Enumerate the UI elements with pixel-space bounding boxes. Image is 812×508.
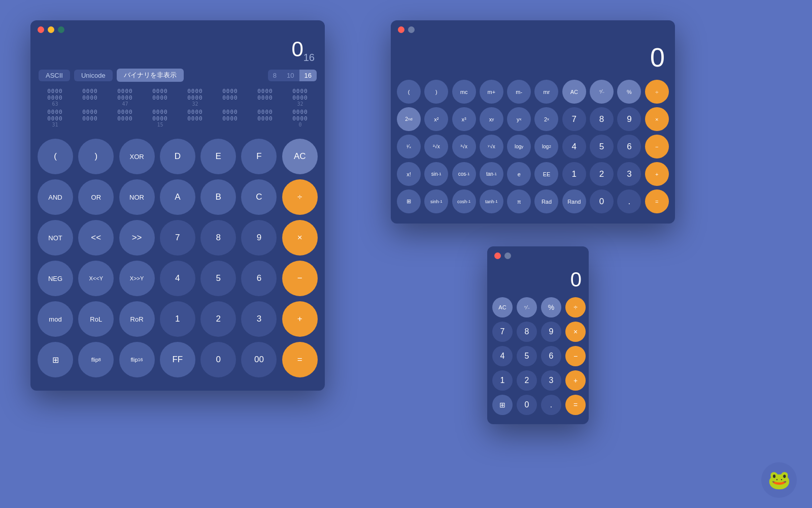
sci-x3[interactable]: x³ — [452, 107, 476, 131]
sci-x2[interactable]: x² — [424, 107, 448, 131]
sci-multiply[interactable]: × — [645, 107, 669, 131]
basic-equals[interactable]: = — [565, 395, 586, 415]
unicode-mode-button[interactable]: Unicode — [74, 70, 113, 81]
not-button[interactable]: NOT — [38, 220, 73, 256]
basic-4[interactable]: 4 — [492, 346, 513, 366]
basic-9[interactable]: 9 — [541, 322, 561, 342]
basic-7[interactable]: 7 — [492, 322, 513, 342]
and-button[interactable]: AND — [38, 179, 73, 215]
ascii-mode-button[interactable]: ASCII — [39, 70, 70, 81]
flip16-button[interactable]: flip16 — [119, 342, 155, 377]
e-button[interactable]: E — [200, 139, 236, 174]
ac-button[interactable]: AC — [282, 139, 318, 174]
f-button[interactable]: F — [241, 139, 277, 174]
a-button[interactable]: A — [160, 179, 195, 215]
sci-percent[interactable]: % — [617, 80, 641, 104]
sci-5[interactable]: 5 — [590, 135, 614, 158]
minimize-button[interactable] — [48, 26, 54, 33]
sci-open-paren[interactable]: ( — [397, 80, 421, 104]
sci-acos[interactable]: cos-1 — [452, 162, 476, 186]
sci-6[interactable]: 6 — [617, 135, 641, 158]
sci-9[interactable]: 9 — [617, 107, 641, 131]
sci-8[interactable]: 8 — [590, 107, 614, 131]
flip8-button[interactable]: flip8 — [78, 342, 114, 377]
sci-minimize-button[interactable] — [408, 26, 415, 33]
basic-decimal[interactable]: . — [541, 395, 561, 415]
shift-left-button[interactable]: << — [78, 220, 114, 256]
x-shl-y-button[interactable]: X<<Y — [78, 261, 114, 296]
sci-2x[interactable]: 2x — [534, 107, 558, 131]
ff-button[interactable]: FF — [160, 342, 195, 377]
1-button[interactable]: 1 — [160, 301, 195, 337]
sci-subtract[interactable]: − — [645, 135, 669, 158]
multiply-button[interactable]: × — [282, 220, 318, 256]
or-button[interactable]: OR — [78, 179, 114, 215]
divide-button[interactable]: ÷ — [282, 179, 318, 215]
c-button[interactable]: C — [241, 179, 277, 215]
basic-ac[interactable]: AC — [492, 297, 513, 318]
basic-close-button[interactable] — [494, 252, 501, 259]
basic-8[interactable]: 8 — [517, 322, 537, 342]
8-button[interactable]: 8 — [200, 220, 236, 256]
sci-decimal[interactable]: . — [617, 189, 641, 213]
basic-0[interactable]: 0 — [517, 395, 537, 415]
basic-1[interactable]: 1 — [492, 370, 513, 391]
basic-add[interactable]: + — [565, 370, 586, 391]
sci-rand[interactable]: Rand — [562, 189, 586, 213]
x-shr-y-button[interactable]: X>>Y — [119, 261, 155, 296]
sci-m-plus[interactable]: m+ — [480, 80, 503, 104]
close-button[interactable] — [38, 26, 44, 33]
subtract-button[interactable]: − — [282, 261, 318, 296]
basic-sign[interactable]: ⁺∕₋ — [517, 297, 537, 318]
7-button[interactable]: 7 — [160, 220, 195, 256]
sci-m-minus[interactable]: m- — [507, 80, 531, 104]
sci-mode-switch[interactable]: ⊞ — [397, 189, 421, 213]
mod-button[interactable]: mod — [38, 301, 73, 337]
sci-ac[interactable]: AC — [562, 80, 586, 104]
b-button[interactable]: B — [200, 179, 236, 215]
sci-3[interactable]: 3 — [617, 162, 641, 186]
sci-sqrt2[interactable]: ²√x — [424, 135, 448, 158]
sci-atanh[interactable]: tanh-1 — [480, 189, 503, 213]
basic-subtract[interactable]: − — [565, 346, 586, 366]
sci-close-button[interactable] — [398, 26, 404, 33]
rol-button[interactable]: RoL — [78, 301, 114, 337]
xor-button[interactable]: XOR — [119, 139, 155, 174]
sci-yx[interactable]: yx — [507, 107, 531, 131]
4-button[interactable]: 4 — [160, 261, 195, 296]
open-paren-button[interactable]: ( — [38, 139, 73, 174]
binary-hide-button[interactable]: バイナリを非表示 — [117, 69, 184, 82]
sci-asin[interactable]: sin-1 — [424, 162, 448, 186]
sci-xy[interactable]: xy — [480, 107, 503, 131]
sci-4[interactable]: 4 — [562, 135, 586, 158]
sci-sign[interactable]: ⁺∕₋ — [590, 80, 614, 104]
sci-1[interactable]: 1 — [562, 162, 586, 186]
5-button[interactable]: 5 — [200, 261, 236, 296]
sci-mc[interactable]: mc — [452, 80, 476, 104]
sci-e[interactable]: e — [507, 162, 531, 186]
sci-factorial[interactable]: x! — [397, 162, 421, 186]
0-button[interactable]: 0 — [200, 342, 236, 377]
basic-2[interactable]: 2 — [517, 370, 537, 391]
sci-reciprocal[interactable]: ¹⁄ₓ — [397, 135, 421, 158]
equals-button[interactable]: = — [282, 342, 318, 377]
add-button[interactable]: + — [282, 301, 318, 337]
3-button[interactable]: 3 — [241, 301, 277, 337]
double-zero-button[interactable]: 00 — [241, 342, 277, 377]
neg-button[interactable]: NEG — [38, 261, 73, 296]
d-button[interactable]: D — [160, 139, 195, 174]
ror-button[interactable]: RoR — [119, 301, 155, 337]
basic-divide[interactable]: ÷ — [565, 297, 586, 318]
2-button[interactable]: 2 — [200, 301, 236, 337]
basic-3[interactable]: 3 — [541, 370, 561, 391]
sci-7[interactable]: 7 — [562, 107, 586, 131]
basic-5[interactable]: 5 — [517, 346, 537, 366]
sci-log2[interactable]: log2 — [534, 135, 558, 158]
basic-6[interactable]: 6 — [541, 346, 561, 366]
close-paren-button[interactable]: ) — [78, 139, 114, 174]
base-8-button[interactable]: 8 — [268, 70, 282, 81]
sci-add[interactable]: + — [645, 162, 669, 186]
sci-divide[interactable]: ÷ — [645, 80, 669, 104]
sci-close-paren[interactable]: ) — [424, 80, 448, 104]
mode-switch-button[interactable]: ⊞ — [38, 342, 73, 377]
